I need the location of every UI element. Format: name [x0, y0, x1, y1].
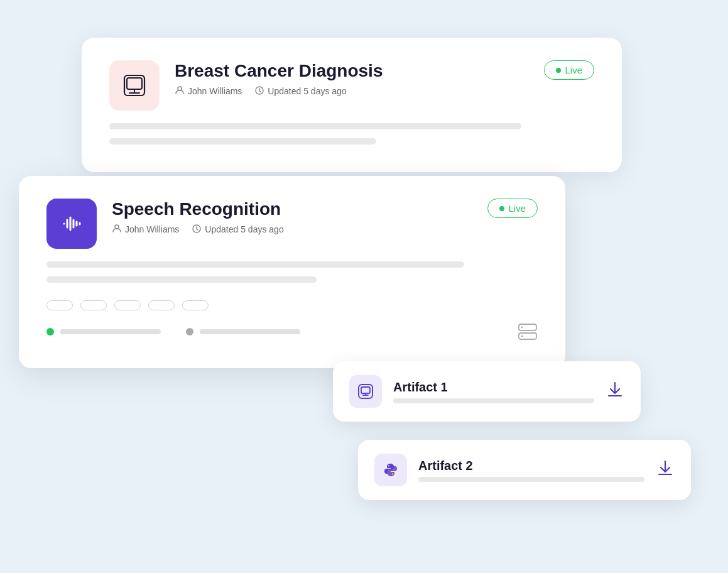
- svg-point-22: [388, 466, 389, 467]
- tags-row: [46, 300, 538, 310]
- speech-recognition-info: Speech Recognition John Williams Updated…: [112, 199, 472, 236]
- tag-3[interactable]: [114, 300, 141, 310]
- breast-cancer-status: Live: [565, 65, 582, 75]
- breast-cancer-updated: Updated 5 days ago: [268, 86, 346, 96]
- scene: Breast Cancer Diagnosis John Williams Up…: [0, 0, 728, 573]
- breast-cancer-card-header: Breast Cancer Diagnosis John Williams Up…: [109, 60, 594, 111]
- svg-rect-1: [127, 78, 142, 89]
- artifact-1-icon: [349, 375, 382, 408]
- artifact-1-title: Artifact 1: [393, 380, 594, 395]
- svg-point-23: [392, 474, 393, 475]
- speech-recognition-header: Speech Recognition John Williams Updated…: [46, 199, 538, 249]
- progress-dot-green: [46, 328, 54, 336]
- breast-cancer-info: Breast Cancer Diagnosis John Williams Up…: [175, 60, 529, 97]
- speech-skeleton-2: [46, 276, 317, 283]
- live-dot-mid: [499, 206, 504, 211]
- speech-recognition-icon: [46, 199, 97, 249]
- breast-cancer-icon: [109, 60, 160, 111]
- speech-author-meta: John Williams: [112, 224, 179, 236]
- speech-updated-meta: Updated 5 days ago: [192, 224, 283, 236]
- clock-icon: [254, 85, 264, 97]
- speech-clock-icon: [192, 224, 202, 236]
- speech-recognition-author: John Williams: [125, 224, 179, 234]
- svg-point-4: [178, 87, 182, 90]
- progress-group-1: [46, 328, 161, 336]
- author-meta: John Williams: [175, 85, 242, 97]
- progress-dot-gray: [186, 328, 193, 336]
- user-icon: [175, 85, 185, 97]
- breast-cancer-card: Breast Cancer Diagnosis John Williams Up…: [82, 38, 622, 172]
- artifact-2-icon: [374, 454, 407, 486]
- artifact-1-row: Artifact 1: [349, 375, 624, 408]
- svg-point-17: [521, 336, 523, 337]
- speech-recognition-meta: John Williams Updated 5 days ago: [112, 224, 472, 236]
- artifact-2-download[interactable]: [656, 459, 675, 482]
- breast-cancer-live-badge: Live: [544, 60, 594, 80]
- server-icon-group: [518, 323, 538, 341]
- breast-cancer-author: John Williams: [188, 86, 242, 96]
- artifact-1-info: Artifact 1: [393, 380, 594, 403]
- speech-recognition-updated: Updated 5 days ago: [205, 224, 283, 234]
- speech-skeleton-1: [46, 261, 464, 268]
- progress-track-2: [200, 329, 300, 334]
- artifact-1-bar: [393, 398, 594, 403]
- svg-point-16: [521, 327, 523, 329]
- artifact-2-info: Artifact 2: [418, 459, 644, 482]
- artifact-2-title: Artifact 2: [418, 459, 644, 473]
- breast-cancer-title: Breast Cancer Diagnosis: [175, 60, 529, 82]
- tag-1[interactable]: [46, 300, 73, 310]
- svg-rect-19: [361, 387, 370, 393]
- progress-track-1: [60, 329, 161, 334]
- tag-2[interactable]: [80, 300, 107, 310]
- speech-recognition-card: Speech Recognition John Williams Updated…: [19, 176, 565, 368]
- artifact-1-card: Artifact 1: [333, 361, 641, 422]
- skeleton-line-2: [109, 138, 376, 145]
- speech-recognition-title: Speech Recognition: [112, 199, 472, 220]
- progress-fill-2: [200, 329, 285, 334]
- progress-row: [46, 323, 538, 341]
- updated-meta: Updated 5 days ago: [254, 85, 346, 97]
- breast-cancer-meta: John Williams Updated 5 days ago: [175, 85, 529, 97]
- speech-user-icon: [112, 224, 122, 236]
- speech-recognition-status: Live: [508, 203, 526, 214]
- speech-recognition-live-badge: Live: [487, 199, 538, 218]
- artifact-2-bar: [418, 477, 644, 482]
- live-dot-back: [556, 68, 561, 73]
- artifact-2-card: Artifact 2: [358, 440, 691, 500]
- artifact-2-row: Artifact 2: [374, 454, 675, 486]
- artifact-1-download[interactable]: [606, 380, 624, 403]
- skeleton-line-1: [109, 123, 521, 129]
- svg-point-12: [115, 225, 119, 229]
- tag-5[interactable]: [182, 300, 209, 310]
- progress-group-2: [186, 328, 300, 336]
- progress-fill-1: [60, 329, 131, 334]
- tag-4[interactable]: [148, 300, 175, 310]
